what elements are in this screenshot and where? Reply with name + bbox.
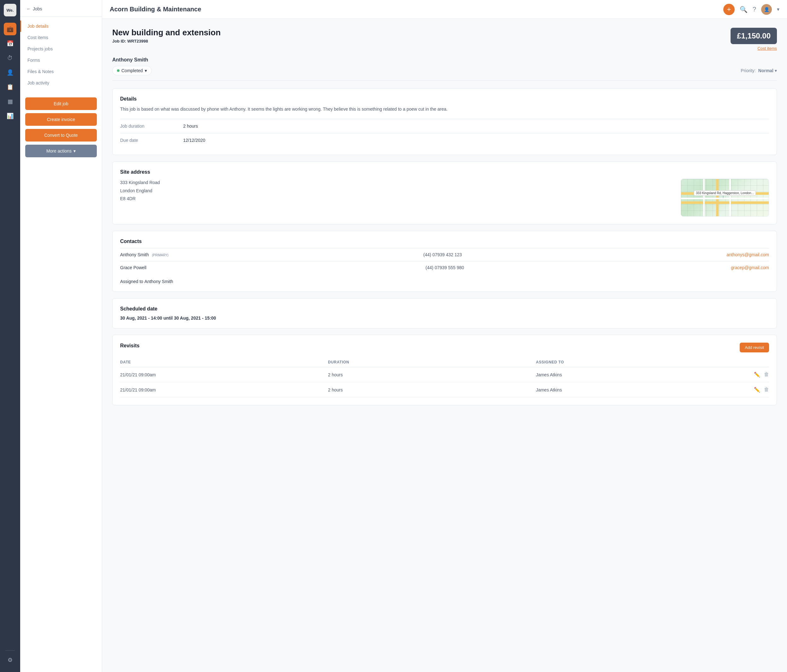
col-actions xyxy=(744,360,769,364)
scheduled-start: 30 Aug, 2021 - 14:00 xyxy=(120,315,162,320)
contact-2-email[interactable]: gracep@gmail.com xyxy=(731,265,769,270)
nav-icon-chart[interactable]: 📊 xyxy=(4,110,16,122)
sidebar-item-files-notes[interactable]: Files & Notes xyxy=(20,66,102,77)
price-box: £1,150.00 xyxy=(730,28,777,44)
nav-icon-users[interactable]: 👤 xyxy=(4,66,16,79)
scheduled-date-section: Scheduled date 30 Aug, 2021 - 14:00 unti… xyxy=(112,298,777,328)
add-revisit-button[interactable]: Add revisit xyxy=(740,342,769,352)
revisit-row-1: 21/01/21 09:00am 2 hours James Atkins ✏️… xyxy=(120,367,769,382)
cost-items-link[interactable]: Cost items xyxy=(758,46,777,51)
app-logo: We. xyxy=(4,4,16,16)
revisit-1-actions: ✏️ 🗑 xyxy=(744,372,769,378)
contacts-title: Contacts xyxy=(120,238,769,244)
site-address-section: Site address 333 Kingsland Road London E… xyxy=(112,161,777,224)
user-avatar[interactable]: 👤 xyxy=(761,4,772,15)
revisits-title: Revisits xyxy=(120,343,139,349)
nav-icon-document[interactable]: 📋 xyxy=(4,81,16,93)
revisit-row-2: 21/01/21 09:00am 2 hours James Atkins ✏️… xyxy=(120,382,769,398)
revisits-table-header: DATE DURATION ASSIGNED TO xyxy=(120,357,769,367)
job-id-label: Job ID: xyxy=(112,39,126,44)
sidebar-item-job-details[interactable]: Job details xyxy=(20,21,102,32)
due-date-label: Due date xyxy=(120,138,183,143)
sidebar-nav: Job details Cost items Projects jobs For… xyxy=(20,17,102,92)
map-container[interactable]: 📍 333 Kingsland Rd, Haggerston, London..… xyxy=(681,179,769,216)
edit-job-button[interactable]: Edit job xyxy=(25,98,97,110)
priority-chevron-icon: ▾ xyxy=(775,68,777,73)
revisit-2-edit-icon[interactable]: ✏️ xyxy=(754,387,760,393)
user-dropdown-chevron[interactable]: ▾ xyxy=(777,6,779,12)
contact-1-phone: (44) 07939 432 123 xyxy=(424,252,727,257)
status-label: Completed xyxy=(122,68,143,73)
duration-label: Job duration xyxy=(120,123,183,129)
contact-1-email[interactable]: anthonys@gmail.com xyxy=(727,252,769,257)
top-bar: Acorn Building & Maintenance + 🔍 ? 👤 ▾ xyxy=(102,0,787,19)
revisit-1-duration: 2 hours xyxy=(328,372,536,377)
scheduled-date-text: 30 Aug, 2021 - 14:00 until 30 Aug, 2021 … xyxy=(120,315,769,320)
revisit-2-duration: 2 hours xyxy=(328,387,536,393)
site-address-grid: 333 Kingsland Road London England E8 4DR xyxy=(120,179,769,216)
nav-icon-table[interactable]: ▦ xyxy=(4,95,16,108)
status-dot xyxy=(117,69,120,72)
convert-to-quote-button[interactable]: Convert to Quote xyxy=(25,129,97,142)
contact-1-name: Anthony Smith (PRIMARY) xyxy=(120,252,424,257)
top-actions: + 🔍 ? 👤 ▾ xyxy=(723,4,779,15)
contacts-section: Contacts Anthony Smith (PRIMARY) (44) 07… xyxy=(112,231,777,292)
scheduled-until: until xyxy=(163,315,174,320)
map-road-gray-v2 xyxy=(703,179,705,216)
nav-icon-calendar[interactable]: 📅 xyxy=(4,37,16,50)
chevron-down-icon: ▾ xyxy=(73,148,76,153)
revisit-1-edit-icon[interactable]: ✏️ xyxy=(754,372,760,378)
sidebar-header: ← Jobs xyxy=(20,0,102,17)
address-text: 333 Kingsland Road London England E8 4DR xyxy=(120,179,673,203)
assigned-value: Anthony Smith xyxy=(144,279,173,284)
sidebar-item-job-activity[interactable]: Job activity xyxy=(20,77,102,88)
contact-row-2: Grace Powell (44) 07939 555 980 gracep@g… xyxy=(120,261,769,274)
revisits-section: Revisits Add revisit DATE DURATION ASSIG… xyxy=(112,335,777,405)
col-date: DATE xyxy=(120,360,328,364)
status-badge[interactable]: Completed ▾ xyxy=(112,66,152,75)
priority-label: Priority: xyxy=(741,68,755,73)
nav-icon-settings[interactable]: ⚙ xyxy=(4,654,16,666)
revisit-1-date: 21/01/21 09:00am xyxy=(120,372,328,377)
revisit-1-assigned: James Atkins xyxy=(536,372,744,377)
status-row: Completed ▾ Priority: Normal ▾ xyxy=(112,66,777,81)
address-line3: E8 4DR xyxy=(120,195,673,203)
job-header: New building and extension Job ID: WRT23… xyxy=(112,28,777,51)
contact-row-1: Anthony Smith (PRIMARY) (44) 07939 432 1… xyxy=(120,248,769,261)
revisit-2-actions: ✏️ 🗑 xyxy=(744,387,769,393)
job-id: Job ID: WRT23998 xyxy=(112,39,221,44)
details-section-title: Details xyxy=(120,96,769,102)
main-sidebar: ← Jobs Job details Cost items Projects j… xyxy=(20,0,102,672)
add-button[interactable]: + xyxy=(723,4,735,15)
revisit-1-delete-icon[interactable]: 🗑 xyxy=(764,372,769,378)
nav-icon-briefcase[interactable]: 💼 xyxy=(4,23,16,35)
due-date-row: Due date 12/12/2020 xyxy=(120,133,769,147)
back-label: Jobs xyxy=(33,6,42,11)
site-address-title: Site address xyxy=(120,169,769,175)
app-title: Acorn Building & Maintenance xyxy=(110,6,723,13)
help-button[interactable]: ? xyxy=(753,6,756,13)
revisit-2-date: 21/01/21 09:00am xyxy=(120,387,328,393)
priority-value: Normal xyxy=(758,68,773,73)
revisit-2-delete-icon[interactable]: 🗑 xyxy=(764,387,769,393)
sidebar-item-forms[interactable]: Forms xyxy=(20,55,102,66)
customer-name: Anthony Smith xyxy=(112,57,777,63)
priority-select[interactable]: Priority: Normal ▾ xyxy=(741,68,777,73)
job-header-right: £1,150.00 Cost items xyxy=(730,28,777,51)
contact-2-phone: (44) 07939 555 980 xyxy=(426,265,731,270)
create-invoice-button[interactable]: Create invoice xyxy=(25,113,97,126)
map-road-h2 xyxy=(681,202,769,204)
more-actions-button[interactable]: More actions ▾ xyxy=(25,145,97,157)
map-address-label: 333 Kingsland Rd, Haggerston, London... xyxy=(694,190,756,196)
search-button[interactable]: 🔍 xyxy=(740,6,747,13)
back-arrow-icon: ← xyxy=(27,6,31,11)
back-to-jobs-link[interactable]: ← Jobs xyxy=(27,6,96,11)
job-id-value: WRT23998 xyxy=(127,39,148,44)
nav-icon-clock[interactable]: ⏱ xyxy=(4,52,16,64)
icon-sidebar: We. 💼 📅 ⏱ 👤 📋 ▦ 📊 ⚙ xyxy=(0,0,20,672)
sidebar-item-projects-jobs[interactable]: Projects jobs xyxy=(20,43,102,55)
scheduled-end: 30 Aug, 2021 - 15:00 xyxy=(174,315,216,320)
col-duration: DURATION xyxy=(328,360,536,364)
sidebar-item-cost-items[interactable]: Cost items xyxy=(20,32,102,43)
job-title: New building and extension xyxy=(112,28,221,38)
